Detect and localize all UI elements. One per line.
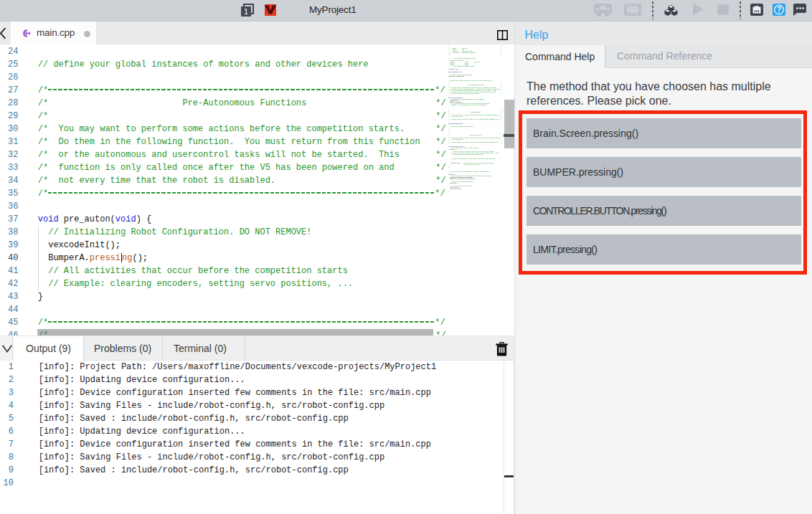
svg-text:1: 1	[244, 7, 248, 16]
svg-text:?: ?	[777, 6, 781, 14]
